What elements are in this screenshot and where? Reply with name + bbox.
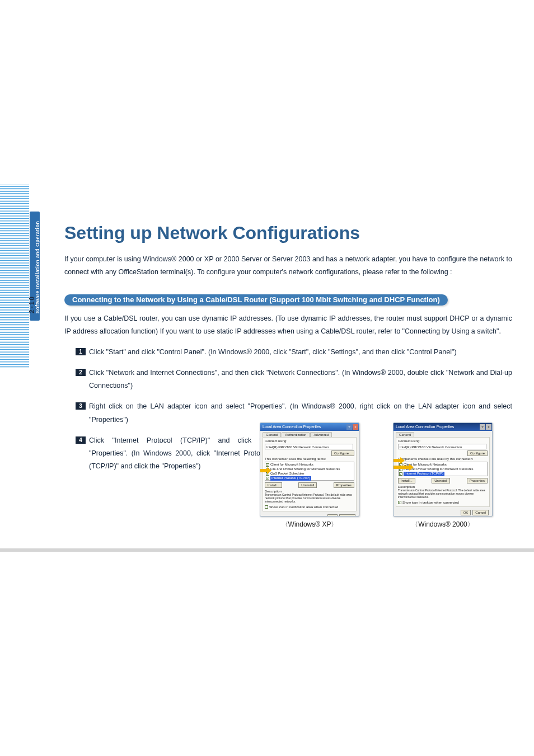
xp-dialog-title: Local Area Connection Properties	[263, 423, 321, 431]
step-4-text: Click "Internet Protocol (TCP/IP)" and c…	[89, 434, 269, 473]
w2k-caption: 〈Windows® 2000〉	[411, 520, 474, 529]
help-icon[interactable]: ?	[346, 424, 352, 430]
configure-button[interactable]: Configure...	[331, 450, 354, 456]
step-number-1: 1	[76, 348, 86, 355]
cancel-button[interactable]: Cancel	[472, 510, 489, 515]
step-2-text: Click "Network and Internet Connections"…	[89, 367, 512, 392]
figures-row: Local Area Connection Properties ? × Gen…	[256, 422, 496, 529]
install-button[interactable]: Install...	[265, 482, 282, 488]
xp-caption: 〈Windows® XP〉	[282, 520, 338, 529]
arrow-icon	[393, 466, 410, 469]
arrow-icon	[393, 459, 401, 462]
items-label: This connection uses the following items…	[265, 457, 354, 461]
close-icon[interactable]: ×	[353, 424, 358, 430]
page-title: Setting up Network Configurations	[64, 223, 360, 243]
page-number: 2-10	[28, 291, 37, 313]
cancel-button[interactable]: Cancel	[339, 514, 355, 516]
configure-button[interactable]: Configure	[467, 450, 488, 456]
show-icon-checkbox-label[interactable]: Show icon in taskbar when connected	[402, 501, 459, 504]
adapter-field: Intel(R) PRO/100 VE Network Connection	[398, 444, 486, 449]
list-item-selected: Internet Protocol (TCP/IP)	[404, 472, 444, 476]
adapter-field: Intel(R) PRO/100 VE Network Connection	[265, 444, 353, 449]
show-icon-checkbox-label[interactable]: Show icon in notification area when conn…	[269, 505, 338, 509]
side-stripe	[0, 185, 29, 369]
items-label: Components checked are used by this conn…	[398, 457, 488, 461]
close-icon[interactable]: ×	[486, 424, 491, 430]
section-heading-bubble: Connecting to the Network by Using a Cab…	[64, 294, 448, 306]
properties-button[interactable]: Properties	[467, 478, 488, 483]
tab-general[interactable]: General	[263, 432, 281, 437]
ok-button[interactable]: OK	[461, 510, 471, 515]
description-text: Transmission Control Protocol/Internet P…	[265, 493, 354, 503]
intro-paragraph: If your computer is using Windows® 2000 …	[64, 253, 512, 279]
uninstall-button[interactable]: Uninstall	[432, 478, 450, 483]
properties-button[interactable]: Properties	[334, 482, 354, 488]
list-item: QoS Packet Scheduler	[270, 472, 305, 476]
step-number-2: 2	[76, 369, 86, 376]
connect-using-label: Connect using:	[398, 439, 488, 443]
components-list[interactable]: ✓Client for Microsoft Networks ✓File and…	[265, 462, 354, 481]
tab-general[interactable]: General	[396, 432, 414, 437]
arrow-icon	[260, 469, 268, 472]
w2k-dialog-title: Local Area Connection Properties	[396, 423, 454, 431]
uninstall-button[interactable]: Uninstall	[298, 482, 317, 488]
tab-advanced[interactable]: Advanced	[310, 432, 332, 437]
list-item: File and Printer Sharing for Microsoft N…	[404, 467, 473, 471]
tab-authentication[interactable]: Authentication	[282, 432, 310, 437]
list-item-selected: Internet Protocol (TCP/IP)	[270, 476, 311, 480]
w2k-properties-dialog: Local Area Connection Properties ? × Gen…	[393, 422, 493, 516]
connect-using-label: Connect using:	[265, 439, 354, 443]
xp-properties-dialog: Local Area Connection Properties ? × Gen…	[260, 422, 359, 516]
ok-button[interactable]: OK	[327, 514, 338, 516]
step-number-4: 4	[76, 436, 86, 444]
step-number-3: 3	[76, 402, 86, 410]
list-item: Client for Microsoft Networks	[270, 463, 313, 467]
footer-divider	[0, 548, 534, 552]
help-icon[interactable]: ?	[480, 424, 485, 430]
list-item: File and Printer Sharing for Microsoft N…	[270, 467, 340, 471]
description-text: Transmission Control Protocol/Internet P…	[398, 489, 488, 499]
section-intro: If you use a Cable/DSL router, you can u…	[64, 312, 512, 338]
install-button[interactable]: Install...	[398, 478, 415, 483]
step-1-text: Click "Start" and click "Control Panel".…	[89, 346, 512, 359]
